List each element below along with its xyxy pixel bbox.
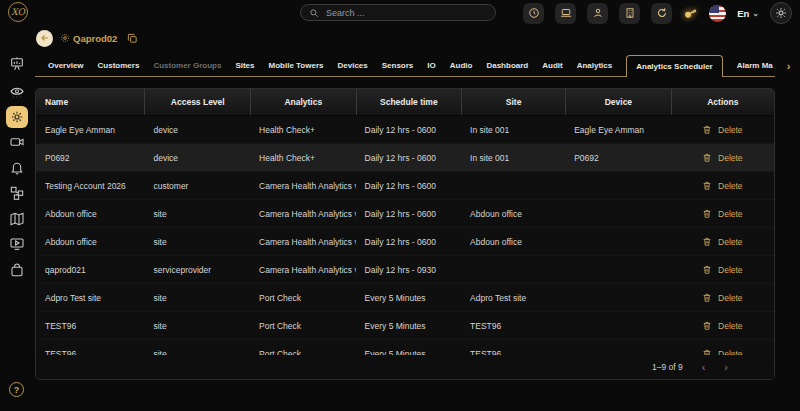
tab-sites[interactable]: Sites	[235, 55, 254, 76]
cell-access-level: site	[144, 321, 250, 331]
top-bar: XO En ⌄	[0, 0, 800, 26]
cell-site: Abdoun office	[461, 209, 565, 219]
history-clock-button[interactable]	[523, 3, 544, 24]
table-row[interactable]: Eagle Eye Amman device Health Check+ Dai…	[36, 116, 774, 144]
help-button[interactable]: ?	[9, 382, 24, 397]
language-label: En	[737, 8, 749, 19]
next-page-button[interactable]: ›	[724, 362, 728, 373]
account-name: Qaprod02	[73, 33, 117, 44]
cell-access-level: device	[144, 153, 250, 163]
delete-button[interactable]: Delete	[702, 152, 743, 163]
cell-analytics: Health Check+	[250, 125, 356, 135]
cell-schedule-time: Daily 12 hrs - 0600	[356, 181, 462, 191]
avatar-back-button[interactable]	[36, 30, 53, 47]
cell-analytics: Camera Health Analytics v2	[250, 209, 356, 219]
access-key-icon[interactable]	[683, 6, 698, 21]
tab-customer-groups[interactable]: Customer Groups	[153, 55, 221, 76]
cell-name: P0692	[36, 153, 144, 163]
cell-access-level: customer	[144, 181, 250, 191]
delete-button[interactable]: Delete	[702, 236, 743, 247]
table-row[interactable]: P0692 device Health Check+ Daily 12 hrs …	[36, 144, 774, 172]
search-input[interactable]	[326, 8, 487, 18]
delete-button[interactable]: Delete	[702, 208, 743, 219]
tab-sensors[interactable]: Sensors	[382, 55, 414, 76]
scheduler-table: Name Access Level Analytics Schedule tim…	[35, 88, 775, 380]
language-selector[interactable]: En ⌄	[737, 8, 759, 19]
delete-label: Delete	[718, 153, 743, 163]
sidebar-item-topology-nodes-icon[interactable]	[9, 185, 25, 201]
table-row[interactable]: Abdoun office site Camera Health Analyti…	[36, 200, 774, 228]
brand-logo[interactable]: XO	[8, 2, 28, 22]
sidebar-item-camera-icon[interactable]	[9, 134, 25, 150]
cell-analytics: Camera Health Analytics v2	[250, 265, 356, 275]
table-header-row: Name Access Level Analytics Schedule tim…	[36, 89, 774, 116]
devices-laptop-button[interactable]	[555, 3, 576, 24]
cell-schedule-time: Daily 12 hrs - 0930	[356, 265, 462, 275]
tab-analytics[interactable]: Analytics	[577, 55, 613, 76]
col-header-analytics: Analytics	[250, 89, 356, 115]
table-row[interactable]: TEST96 site Port Check Every 5 Minutes T…	[36, 312, 774, 340]
cell-device: Eagle Eye Amman	[565, 125, 671, 135]
pagination-range: 1–9 of 9	[652, 362, 683, 372]
tab-audit[interactable]: Audit	[542, 55, 562, 76]
delete-label: Delete	[718, 293, 743, 303]
previous-page-button[interactable]: ‹	[702, 362, 706, 373]
tab-overview[interactable]: Overview	[48, 55, 84, 76]
user-button[interactable]	[587, 3, 608, 24]
tab-devices[interactable]: Devices	[337, 55, 367, 76]
delete-button[interactable]: Delete	[702, 180, 743, 191]
refresh-button[interactable]	[651, 3, 672, 24]
cell-name: qaprod021	[36, 265, 144, 275]
tab-customers[interactable]: Customers	[98, 55, 140, 76]
delete-label: Delete	[718, 209, 743, 219]
cell-schedule-time: Daily 12 hrs - 0600	[356, 153, 462, 163]
sidebar-item-notifications-bell-icon[interactable]	[9, 160, 25, 176]
table-row[interactable]: Testing Account 2026 customer Camera Hea…	[36, 172, 774, 200]
cell-name: Eagle Eye Amman	[36, 125, 144, 135]
user-row: Qaprod02	[36, 29, 138, 47]
delete-label: Delete	[718, 237, 743, 247]
tab-bar: Overview Customers Customer Groups Sites…	[35, 51, 775, 77]
sidebar-item-map-icon[interactable]	[9, 211, 25, 227]
table-row[interactable]: Adpro Test site site Port Check Every 5 …	[36, 284, 774, 312]
cell-site: In site 001	[461, 125, 565, 135]
sidebar-item-dashboard-board-icon[interactable]	[9, 56, 25, 72]
cell-schedule-time: Every 5 Minutes	[356, 321, 462, 331]
sidebar-item-settings-active[interactable]	[6, 106, 28, 128]
cell-site: Adpro Test site	[461, 293, 565, 303]
sidebar-item-video-wall-icon[interactable]	[9, 236, 25, 252]
col-header-access-level: Access Level	[144, 89, 250, 115]
cell-schedule-time: Daily 12 hrs - 0600	[356, 209, 462, 219]
delete-button[interactable]: Delete	[702, 292, 743, 303]
cell-analytics: Health Check+	[250, 153, 356, 163]
cell-schedule-time: Daily 12 hrs - 0600	[356, 237, 462, 247]
tab-mobile-towers[interactable]: Mobile Towers	[269, 55, 324, 76]
cell-schedule-time: Every 5 Minutes	[356, 293, 462, 303]
organization-building-button[interactable]	[619, 3, 640, 24]
cell-access-level: site	[144, 209, 250, 219]
cell-site: In site 001	[461, 153, 565, 163]
delete-button[interactable]: Delete	[702, 124, 743, 135]
flag-us-icon[interactable]	[709, 5, 726, 22]
copy-icon[interactable]	[127, 33, 138, 44]
sidebar-item-assets-bag-icon[interactable]	[9, 262, 25, 278]
tab-audio[interactable]: Audio	[450, 55, 473, 76]
cell-analytics: Port Check	[250, 293, 356, 303]
delete-label: Delete	[718, 181, 743, 191]
tab-alarm-management[interactable]: Alarm Ma	[737, 55, 773, 76]
theme-toggle-button[interactable]	[770, 2, 792, 24]
tab-dashboard[interactable]: Dashboard	[486, 55, 528, 76]
tab-analytics-scheduler[interactable]: Analytics Scheduler	[626, 55, 722, 77]
col-header-schedule-time: Schedule time	[356, 89, 462, 115]
tab-io[interactable]: IO	[427, 55, 435, 76]
table-row[interactable]: Abdoun office site Camera Health Analyti…	[36, 228, 774, 256]
delete-button[interactable]: Delete	[702, 264, 743, 275]
tabs-scroll-next-icon[interactable]: ›	[787, 60, 797, 76]
table-row[interactable]: qaprod021 serviceprovider Camera Health …	[36, 256, 774, 284]
delete-button[interactable]: Delete	[702, 320, 743, 331]
cell-device: P0692	[565, 153, 671, 163]
cell-name: Abdoun office	[36, 209, 144, 219]
cell-site: Abdoun office	[461, 237, 565, 247]
search-bar[interactable]	[300, 4, 496, 21]
sidebar-item-monitoring-eye-icon[interactable]	[9, 84, 25, 100]
